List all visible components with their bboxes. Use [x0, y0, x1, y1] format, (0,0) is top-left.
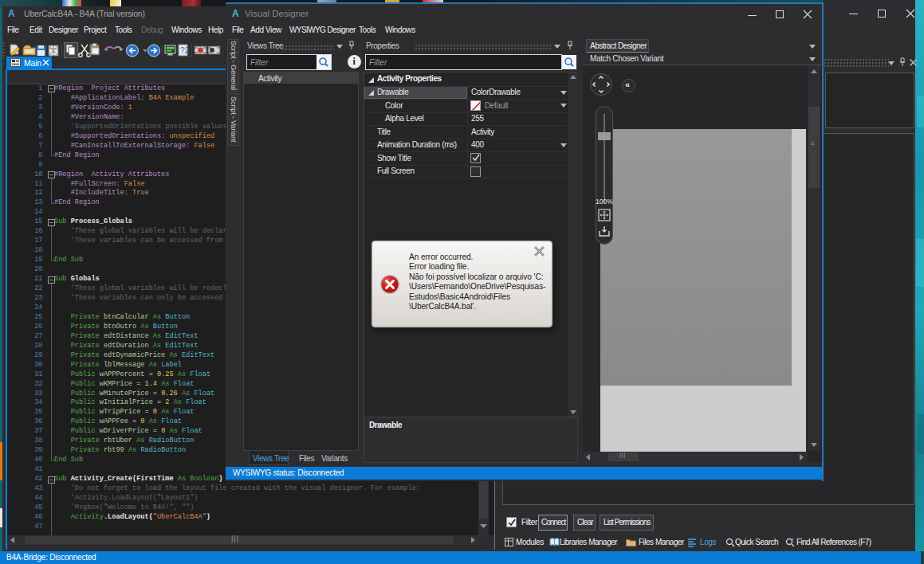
svg-text:?2: ?2 — [180, 46, 190, 55]
